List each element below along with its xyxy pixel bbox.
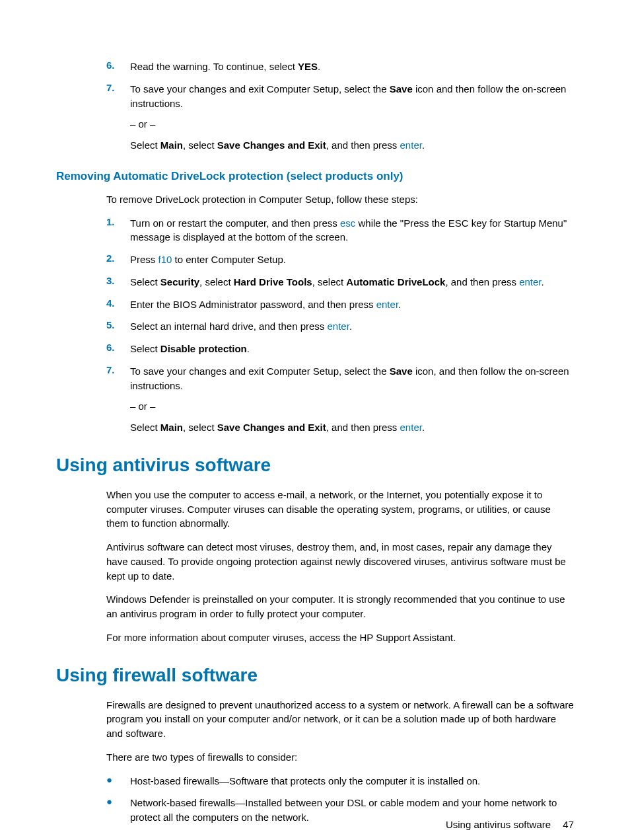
text: Select — [130, 343, 160, 354]
list-body: To save your changes and exit Computer S… — [130, 82, 574, 153]
list-number: 4. — [56, 297, 130, 312]
list-body: Select Disable protection. — [130, 342, 574, 356]
ordered-list-item: 2. Press f10 to enter Computer Setup. — [56, 252, 574, 267]
or-separator: – or – — [130, 399, 574, 414]
list-body: Enter the BIOS Administrator password, a… — [130, 297, 574, 312]
keyboard-key: enter — [328, 321, 349, 332]
bold-text: Main — [160, 422, 183, 433]
list-number: 3. — [56, 275, 130, 289]
bold-text: Hard Drive Tools — [234, 276, 312, 287]
text: Select — [130, 276, 160, 287]
bold-text: Disable protection — [160, 343, 247, 354]
text: Enter the BIOS Administrator password, a… — [130, 299, 376, 310]
document-page: 6. Read the warning. To continue, select… — [0, 0, 630, 840]
ordered-list-item: 7. To save your changes and exit Compute… — [56, 364, 574, 435]
text: Turn on or restart the computer, and the… — [130, 217, 340, 229]
text: , and then press — [326, 139, 400, 151]
intro-text: To remove DriveLock protection in Comput… — [106, 192, 574, 207]
ordered-list-item: 7. To save your changes and exit Compute… — [56, 82, 574, 153]
body-paragraph: When you use the computer to access e-ma… — [106, 488, 574, 531]
heading-antivirus: Using antivirus software — [56, 455, 574, 476]
list-body: To save your changes and exit Computer S… — [130, 364, 574, 435]
list-number: 6. — [56, 342, 130, 356]
list-body: Host-based firewalls—Software that prote… — [130, 774, 574, 788]
bold-text: Save Changes and Exit — [217, 422, 326, 433]
body-paragraph: Windows Defender is preinstalled on your… — [106, 592, 574, 621]
body-paragraph: Antivirus software can detect most virus… — [106, 540, 574, 583]
bold-text: Save Changes and Exit — [217, 139, 326, 151]
heading-firewall: Using firewall software — [56, 665, 574, 686]
keyboard-key: esc — [340, 217, 355, 229]
ordered-list-item: 6. Select Disable protection. — [56, 342, 574, 356]
list-body: Press f10 to enter Computer Setup. — [130, 252, 574, 267]
ordered-list-item: 1. Turn on or restart the computer, and … — [56, 216, 574, 245]
text: . — [247, 343, 250, 354]
bold-text: Main — [160, 139, 183, 151]
list-number: 5. — [56, 319, 130, 334]
bold-text: Automatic DriveLock — [346, 276, 445, 287]
text: Select — [130, 139, 160, 151]
text: Press — [130, 254, 158, 265]
ordered-list-item: 4. Enter the BIOS Administrator password… — [56, 297, 574, 312]
keyboard-key: enter — [400, 422, 422, 433]
text: . — [398, 299, 401, 310]
text: . — [422, 139, 425, 151]
text: To save your changes and exit Computer S… — [130, 83, 390, 95]
text: , and then press — [326, 422, 400, 433]
or-separator: – or – — [130, 117, 574, 132]
page-number: 47 — [563, 819, 574, 830]
body-paragraph: There are two types of firewalls to cons… — [106, 750, 574, 765]
text: . — [349, 321, 352, 332]
bold-text: Save — [390, 83, 413, 95]
bullet-icon: ● — [56, 774, 130, 788]
list-number: 7. — [56, 82, 130, 153]
list-body: Read the warning. To continue, select YE… — [130, 59, 574, 74]
ordered-list-item: 6. Read the warning. To continue, select… — [56, 59, 574, 74]
text: Select — [130, 422, 160, 433]
text: To save your changes and exit Computer S… — [130, 365, 390, 377]
bold-text: Security — [160, 276, 199, 287]
text: to enter Computer Setup. — [172, 254, 286, 265]
list-number: 1. — [56, 216, 130, 245]
list-body: Select Security, select Hard Drive Tools… — [130, 275, 574, 289]
bold-text: Save — [390, 365, 413, 377]
keyboard-key: f10 — [158, 254, 172, 265]
text: Select an internal hard drive, and then … — [130, 321, 328, 332]
keyboard-key: enter — [400, 139, 422, 151]
page-footer: Using antivirus software 47 — [446, 819, 574, 830]
bullet-list-item: ● Host-based firewalls—Software that pro… — [56, 774, 574, 788]
text: , select — [199, 276, 234, 287]
list-number: 7. — [56, 364, 130, 435]
bold-text: YES — [298, 61, 318, 72]
text: , select — [183, 422, 217, 433]
text: . — [318, 61, 320, 72]
text: , select — [312, 276, 347, 287]
body-paragraph: Firewalls are designed to prevent unauth… — [106, 698, 574, 741]
footer-section: Using antivirus software — [446, 819, 551, 830]
list-body: Select an internal hard drive, and then … — [130, 319, 574, 334]
text: . — [422, 422, 425, 433]
text: , and then press — [445, 276, 519, 287]
subheading-removing-drivelock: Removing Automatic DriveLock protection … — [56, 170, 574, 183]
list-number: 6. — [56, 59, 130, 74]
ordered-list-item: 5. Select an internal hard drive, and th… — [56, 319, 574, 334]
ordered-list-item: 3. Select Security, select Hard Drive To… — [56, 275, 574, 289]
list-body: Turn on or restart the computer, and the… — [130, 216, 574, 245]
keyboard-key: enter — [519, 276, 541, 287]
keyboard-key: enter — [376, 299, 398, 310]
text: , select — [183, 139, 217, 151]
list-number: 2. — [56, 252, 130, 267]
text: . — [542, 276, 544, 287]
body-paragraph: For more information about computer viru… — [106, 630, 574, 645]
text: Read the warning. To continue, select — [130, 61, 298, 72]
bullet-icon: ● — [56, 796, 130, 825]
